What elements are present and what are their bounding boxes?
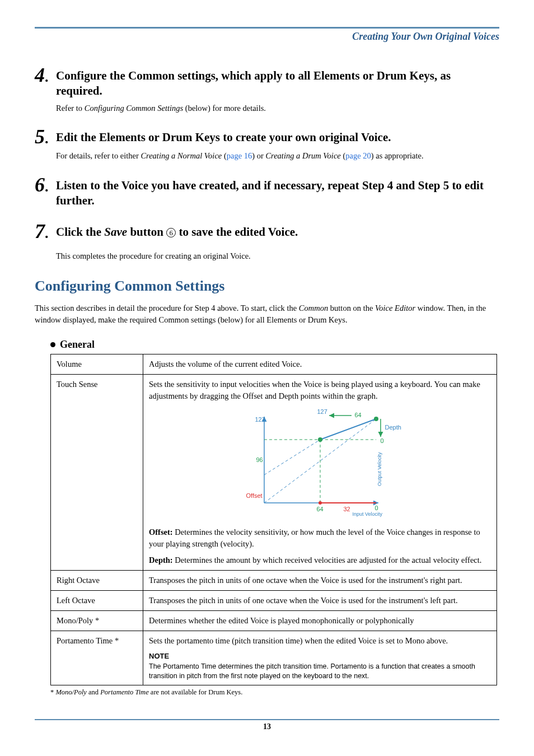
- header-rule: [35, 27, 499, 29]
- param-desc: Sets the sensitivity to input velocities…: [143, 375, 497, 571]
- note-title: NOTE: [149, 651, 491, 662]
- page-link[interactable]: page 20: [345, 151, 371, 160]
- step-number: 6.: [35, 175, 56, 195]
- note-body: The Portamento Time determines the pitch…: [149, 662, 491, 681]
- chart-mid-x: 32: [344, 505, 350, 514]
- section-heading: Configuring Common Settings: [35, 278, 499, 295]
- table-row: Volume Adjusts the volume of the current…: [51, 354, 497, 375]
- param-label: Touch Sense: [51, 375, 143, 571]
- chart-offset-x: 64: [317, 505, 324, 514]
- step-title: Listen to the Voice you have created, an…: [56, 175, 499, 209]
- step-body: Refer to Configuring Common Settings (be…: [56, 102, 499, 115]
- bullet-icon: [50, 342, 55, 347]
- param-label: Mono/Poly *: [51, 611, 143, 631]
- chart-y-zero-right: 0: [381, 437, 384, 446]
- step-number: 5.: [35, 127, 56, 147]
- param-label: Left Octave: [51, 591, 143, 611]
- svg-line-3: [264, 440, 320, 475]
- step-4: 4. Configure the Common settings, which …: [35, 65, 499, 114]
- svg-point-11: [318, 437, 322, 442]
- chart-y-max: 127: [255, 416, 265, 424]
- step-5: 5. Edit the Elements or Drum Keys to cre…: [35, 127, 499, 162]
- closing-line: This completes the procedure for creatin…: [56, 251, 499, 261]
- general-table: Volume Adjusts the volume of the current…: [50, 354, 497, 685]
- page-number: 13: [35, 722, 499, 731]
- subheading-general: General: [50, 339, 499, 351]
- step-title: Click the Save button 6 to save the edit…: [56, 221, 298, 240]
- page: Creating Your Own Original Voices 4. Con…: [0, 0, 534, 745]
- param-desc: Determines whether the edited Voice is p…: [143, 611, 497, 631]
- footer-rule: [35, 719, 499, 720]
- param-desc: Transposes the pitch in units of one oct…: [143, 591, 497, 611]
- step-body: For details, refer to either Creating a …: [56, 150, 499, 162]
- touch-sense-chart: 127 127 64 Depth 96 Offset 64 32 0 0 Inp…: [149, 408, 491, 520]
- table-row: Portamento Time * Sets the portamento ti…: [51, 631, 497, 685]
- step-6: 6. Listen to the Voice you have created,…: [35, 175, 499, 209]
- depth-para: Depth: Determines the amount by which re…: [149, 554, 491, 566]
- param-label: Volume: [51, 354, 143, 375]
- chart-depth-value: 64: [355, 411, 362, 420]
- step-number: 7.: [35, 221, 56, 241]
- param-desc: Transposes the pitch in units of one oct…: [143, 571, 497, 591]
- param-label: Right Octave: [51, 571, 143, 591]
- section-body: This section describes in detail the pro…: [35, 302, 499, 327]
- offset-para: Offset: Determines the velocity sensitiv…: [149, 526, 491, 550]
- svg-point-12: [374, 417, 378, 421]
- table-row: Right Octave Transposes the pitch in uni…: [51, 571, 497, 591]
- step-title: Configure the Common settings, which app…: [56, 65, 499, 99]
- chart-x-label: Input Velocity: [353, 511, 383, 518]
- chart-offset-y: 96: [256, 456, 263, 465]
- table-row: Touch Sense Sets the sensitivity to inpu…: [51, 375, 497, 571]
- chart-y-label: Output Velocity: [376, 452, 383, 487]
- param-desc: Adjusts the volume of the current edited…: [143, 354, 497, 375]
- step-7: 7. Click the Save button 6 to save the e…: [35, 221, 499, 241]
- param-label: Portamento Time *: [51, 631, 143, 685]
- circled-number-icon: 6: [166, 228, 176, 237]
- param-desc: Sets the portamento time (pitch transiti…: [143, 631, 497, 685]
- table-row: Mono/Poly * Determines whether the edite…: [51, 611, 497, 631]
- svg-point-13: [318, 501, 322, 505]
- chart-depth-label: Depth: [385, 423, 401, 432]
- step-number: 4.: [35, 65, 56, 85]
- chart-top-127: 127: [317, 408, 327, 417]
- table-footnote: * Mono/Poly and Portamento Time are not …: [50, 688, 499, 697]
- svg-line-4: [320, 419, 376, 440]
- chart-offset-label: Offset: [246, 492, 263, 501]
- page-link[interactable]: page 16: [227, 151, 252, 160]
- breadcrumb: Creating Your Own Original Voices: [35, 31, 499, 43]
- table-row: Left Octave Transposes the pitch in unit…: [51, 591, 497, 611]
- step-title: Edit the Elements or Drum Keys to create…: [56, 127, 391, 145]
